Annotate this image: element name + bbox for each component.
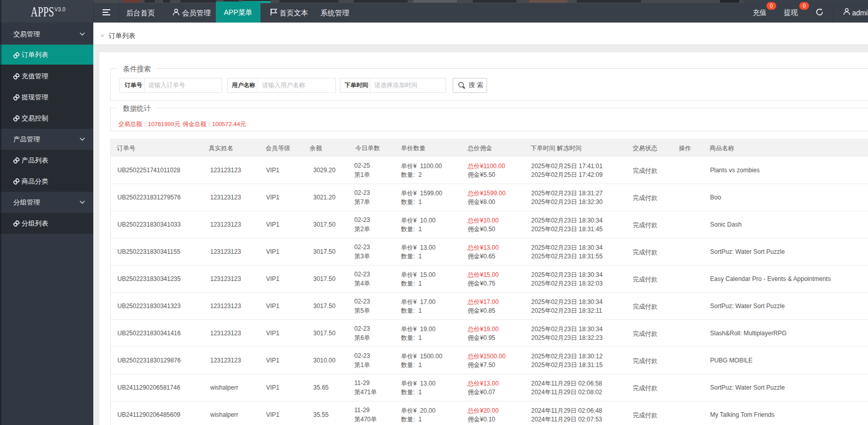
svg-text:APPS: APPS: [31, 4, 54, 19]
svg-text:V3.0: V3.0: [54, 6, 66, 12]
